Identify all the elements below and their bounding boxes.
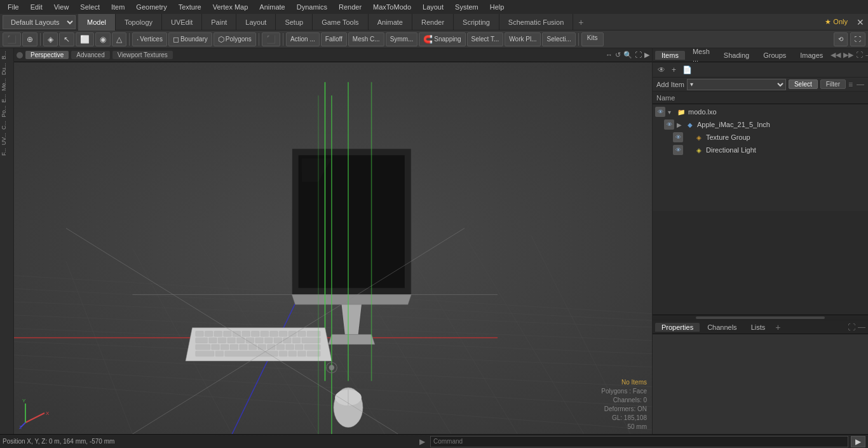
prop-ctrl-minus[interactable]: — xyxy=(858,323,865,332)
menu-texture[interactable]: Texture xyxy=(173,2,207,12)
vp-ctrl-fit[interactable]: ⛶ xyxy=(635,51,642,59)
item-eye-apple-imac[interactable]: 👁 xyxy=(664,119,674,130)
vp-tab-advanced[interactable]: Advanced xyxy=(71,51,109,59)
layout-tab-schematic[interactable]: Schematic Fusion xyxy=(499,14,573,31)
view-reset-btn[interactable]: ⟲ xyxy=(834,32,848,46)
item-eye-directional-light[interactable]: 👁 xyxy=(673,145,683,155)
menu-vertex-map[interactable]: Vertex Map xyxy=(208,2,254,12)
prop-tab-add[interactable]: + xyxy=(773,322,783,333)
rpanel-ctrl-minus[interactable]: — xyxy=(865,51,868,59)
work-plane-btn[interactable]: Work Pl... xyxy=(505,32,541,46)
vp-tab-textures[interactable]: Viewport Textures xyxy=(112,51,173,59)
items-tool-eye[interactable]: 👁 xyxy=(655,65,668,75)
viewport[interactable]: Perspective Advanced Viewport Textures ↔… xyxy=(14,48,652,434)
layout-tab-animate[interactable]: Animate xyxy=(369,14,412,31)
menu-maxtomodo[interactable]: MaxToModo xyxy=(368,2,416,12)
item-row-apple-imac[interactable]: 👁 ▶ ◆ Apple_iMac_21_5_Inch xyxy=(653,118,868,131)
sidebar-tool-f[interactable]: F... xyxy=(1,147,13,157)
sidebar-tool-po[interactable]: Po... xyxy=(1,104,13,119)
prop-tab-properties[interactable]: Properties xyxy=(655,323,700,332)
layout-star-btn[interactable]: ★ Only xyxy=(820,17,853,27)
boundary-btn[interactable]: ◻ Boundary xyxy=(168,32,212,46)
layout-close-btn[interactable]: ✕ xyxy=(853,16,868,29)
menu-edit[interactable]: Edit xyxy=(25,2,48,12)
view-expand-btn[interactable]: ⛶ xyxy=(850,32,865,46)
menu-render[interactable]: Render xyxy=(334,2,367,12)
polygons-btn[interactable]: ⬡ Polygons xyxy=(214,32,256,46)
rpanel-tab-groups[interactable]: Groups xyxy=(757,51,792,60)
rpanel-ctrl-expand[interactable]: ⛶ xyxy=(856,51,863,59)
vp-ctrl-rotate[interactable]: ↺ xyxy=(615,51,621,59)
origin-btn[interactable]: ⊕ xyxy=(22,32,37,46)
rpanel-tab-shading[interactable]: Shading xyxy=(717,51,756,60)
mode-toggle-btn[interactable]: ⬛ xyxy=(3,32,21,46)
rpanel-tab-mesh[interactable]: Mesh ... xyxy=(686,47,716,64)
items-filter-btn[interactable]: Filter xyxy=(820,79,846,89)
rpanel-tab-items[interactable]: Items xyxy=(655,51,685,60)
menu-view[interactable]: View xyxy=(49,2,74,12)
sidebar-tool-e[interactable]: E... xyxy=(1,93,13,104)
items-scroll-bar[interactable] xyxy=(653,315,868,320)
add-item-dropdown[interactable]: ▾ xyxy=(687,79,786,90)
sidebar-tool-c[interactable]: C... xyxy=(1,119,13,131)
item-eye-texture-group[interactable]: 👁 xyxy=(673,132,683,142)
items-toolbar-minus[interactable]: — xyxy=(857,80,864,89)
items-toolbar-right[interactable]: ≡ xyxy=(848,80,853,89)
item-row-modo-lxo[interactable]: 👁 ▾ 📁 modo.lxo xyxy=(653,105,868,118)
sel-mode5-btn[interactable]: △ xyxy=(112,32,126,46)
command-go-btn[interactable]: ▶ xyxy=(851,436,865,447)
sel-mode2-btn[interactable]: ↖ xyxy=(59,32,74,46)
select-t-btn[interactable]: Select T... xyxy=(467,32,504,46)
vp-ctrl-zoom[interactable]: 🔍 xyxy=(623,51,632,59)
layout-dropdown[interactable]: Default Layouts xyxy=(3,15,76,29)
prop-tab-channels[interactable]: Channels xyxy=(701,323,743,332)
rpanel-ctrl-left[interactable]: ◀◀ xyxy=(831,51,841,59)
menu-select[interactable]: Select xyxy=(75,2,105,12)
vp-tab-perspective[interactable]: Perspective xyxy=(25,51,69,59)
layout-tab-model[interactable]: Model xyxy=(78,14,116,31)
item-row-texture-group[interactable]: 👁 ◈ Texture Group xyxy=(653,131,868,144)
mesh-btn[interactable]: Mesh C... xyxy=(348,32,384,46)
sidebar-tool-uv[interactable]: UV... xyxy=(1,132,13,146)
scene-canvas[interactable]: No Items Polygons : Face Channels: 0 Def… xyxy=(14,62,652,434)
menu-animate[interactable]: Animate xyxy=(254,2,290,12)
layout-tab-scripting[interactable]: Scripting xyxy=(454,14,499,31)
sidebar-tool-dup[interactable]: Du... xyxy=(1,62,13,76)
sidebar-tool-b[interactable]: B... xyxy=(1,50,13,61)
layout-tab-paint[interactable]: Paint xyxy=(202,14,236,31)
mode-box-btn[interactable]: ⬛ xyxy=(262,32,280,46)
item-expand-apple-imac[interactable]: ▶ xyxy=(677,121,683,128)
menu-item[interactable]: Item xyxy=(106,2,130,12)
vertices-btn[interactable]: · Vertices xyxy=(132,32,167,46)
layout-tab-add[interactable]: + xyxy=(573,16,588,29)
layout-tab-topology[interactable]: Topology xyxy=(116,14,162,31)
prop-ctrl-expand[interactable]: ⛶ xyxy=(848,323,855,332)
items-tool-add[interactable]: + xyxy=(669,65,679,75)
vp-ctrl-pan[interactable]: ↔ xyxy=(606,51,613,59)
layout-tab-render[interactable]: Render xyxy=(412,14,454,31)
sel-mode4-btn[interactable]: ◉ xyxy=(95,32,111,46)
menu-file[interactable]: File xyxy=(3,2,24,12)
sidebar-tool-mesh[interactable]: Me... xyxy=(1,77,13,92)
kits-btn[interactable]: Kits xyxy=(581,32,604,46)
selection-btn[interactable]: Selecti... xyxy=(542,32,575,46)
menu-system[interactable]: System xyxy=(450,2,484,12)
layout-tab-layout[interactable]: Layout xyxy=(236,14,276,31)
sel-mode1-btn[interactable]: ◈ xyxy=(43,32,58,46)
menu-geometry[interactable]: Geometry xyxy=(131,2,172,12)
menu-dynamics[interactable]: Dynamics xyxy=(292,2,332,12)
items-tool-file[interactable]: 📄 xyxy=(680,65,695,75)
rpanel-tab-images[interactable]: Images xyxy=(794,51,829,60)
falloff-btn[interactable]: Falloff xyxy=(321,32,347,46)
item-eye-modo-lxo[interactable]: 👁 xyxy=(655,107,665,117)
symmetry-btn[interactable]: Symm... xyxy=(386,32,418,46)
layout-tab-uvedit[interactable]: UVEdit xyxy=(162,14,202,31)
items-select-btn[interactable]: Select xyxy=(789,79,818,89)
sel-mode3-btn[interactable]: ⬜ xyxy=(76,32,94,46)
snapping-btn[interactable]: 🧲 Snapping xyxy=(419,32,465,46)
layout-tab-setup[interactable]: Setup xyxy=(276,14,313,31)
action-btn[interactable]: Action ... xyxy=(286,32,320,46)
menu-help[interactable]: Help xyxy=(485,2,510,12)
item-row-directional-light[interactable]: 👁 ◈ Directional Light xyxy=(653,144,868,156)
menu-layout[interactable]: Layout xyxy=(417,2,449,12)
